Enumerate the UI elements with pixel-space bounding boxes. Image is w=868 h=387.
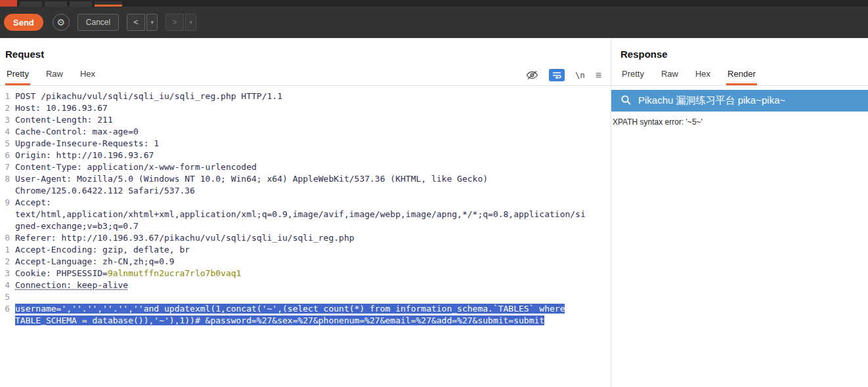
line-number	[0, 315, 10, 327]
line-number: 6	[0, 303, 10, 315]
repeater-toolbar: Send ⚙ Cancel < ▾ > ▾	[0, 7, 868, 38]
request-panel-title: Request	[0, 38, 611, 66]
request-code-line[interactable]: 3Content-Length: 211	[0, 114, 611, 126]
xpath-error-text: XPATH syntax error: '~5~'	[611, 112, 868, 127]
request-code-line[interactable]: 3Cookie: PHPSESSID=9alnmutffn2ucra7rlo7b…	[0, 268, 611, 279]
line-number: 4	[0, 279, 10, 291]
request-code-line[interactable]: 5Upgrade-Insecure-Requests: 1	[0, 138, 611, 150]
editor-menu-icon[interactable]: ≡	[596, 70, 601, 81]
line-number: 3	[0, 268, 10, 279]
request-code-line[interactable]: gned-exchange;v=b3;q=0.7	[0, 220, 611, 232]
tab-response-hex[interactable]: Hex	[694, 66, 712, 85]
request-code-line[interactable]: 9Accept:	[0, 197, 611, 209]
repeater-tab[interactable]	[20, 1, 42, 7]
tab-response-pretty[interactable]: Pretty	[620, 66, 645, 85]
repeater-tab-active[interactable]	[95, 1, 122, 7]
line-number: 1	[0, 91, 10, 102]
line-number: 0	[0, 232, 10, 244]
word-wrap-toggle-icon[interactable]	[549, 69, 565, 81]
request-code-line[interactable]: Chrome/125.0.6422.112 Safari/537.36	[0, 185, 611, 197]
gear-icon: ⚙	[57, 17, 66, 28]
request-code-line[interactable]: TABLE_SCHEMA = database()),'~'),1))# &pa…	[0, 315, 611, 327]
line-number: 4	[0, 126, 10, 138]
history-forward-dropdown[interactable]: ▾	[185, 14, 196, 31]
request-code-line[interactable]: 6Origin: http://10.196.93.67	[0, 150, 611, 161]
tab-request-hex[interactable]: Hex	[79, 66, 97, 85]
history-forward-button[interactable]: >	[165, 14, 184, 31]
tab-request-raw[interactable]: Raw	[45, 66, 64, 85]
tab-request-pretty[interactable]: Pretty	[5, 66, 30, 85]
history-back-group: < ▾	[127, 14, 158, 31]
line-number: 6	[0, 150, 10, 161]
request-tabrow: Pretty Raw Hex	[0, 66, 611, 86]
history-back-dropdown[interactable]: ▾	[146, 14, 158, 31]
line-number: 5	[0, 291, 10, 303]
line-number: 1	[0, 244, 10, 256]
request-editor-icons: \n ≡	[526, 69, 611, 85]
window-tabs-strip	[0, 0, 868, 7]
request-code-line[interactable]: 2Host: 10.196.93.67	[0, 102, 611, 114]
request-code-line[interactable]: 8User-Agent: Mozilla/5.0 (Windows NT 10.…	[0, 173, 611, 185]
response-panel: Response Pretty Raw Hex Render Pikachu 漏…	[611, 38, 868, 387]
history-forward-group: > ▾	[165, 14, 196, 31]
request-code-line[interactable]: 6username=',''.'',''.'',''and updatexml(…	[0, 303, 611, 315]
response-panel-title: Response	[611, 38, 868, 66]
history-back-button[interactable]: <	[127, 14, 145, 31]
request-code-line[interactable]: 4Connection: keep-alive	[0, 279, 611, 291]
repeater-main: Request Pretty Raw Hex	[0, 38, 868, 387]
line-number: 3	[0, 114, 10, 126]
line-number	[0, 220, 10, 232]
line-number: 9	[0, 197, 10, 209]
request-code-line[interactable]: 5	[0, 291, 611, 303]
magnifier-icon	[620, 94, 632, 108]
repeater-tab-badge[interactable]	[0, 0, 17, 7]
line-number: 7	[0, 161, 10, 173]
line-number: 2	[0, 256, 10, 268]
send-button[interactable]: Send	[4, 14, 43, 31]
line-number: 2	[0, 102, 10, 114]
response-tabrow: Pretty Raw Hex Render	[611, 66, 868, 86]
chevron-down-icon: ▾	[189, 19, 192, 26]
request-code-line[interactable]: text/html,application/xhtml+xml,applicat…	[0, 209, 611, 220]
tab-response-raw[interactable]: Raw	[660, 66, 680, 85]
request-code-line[interactable]: 1Accept-Encoding: gzip, deflate, br	[0, 244, 611, 256]
rendered-page-banner: Pikachu 漏洞练习平台 pika~pika~	[611, 90, 868, 112]
request-code-line[interactable]: 1POST /pikachu/vul/sqli/sqli_iu/sqli_reg…	[0, 91, 611, 102]
newline-toggle-icon[interactable]: \n	[575, 71, 584, 80]
settings-gear-button[interactable]: ⚙	[53, 14, 70, 31]
request-code-line[interactable]: 2Accept-Language: zh-CN,zh;q=0.9	[0, 256, 611, 268]
chevron-down-icon: ▾	[150, 19, 154, 26]
request-code-line[interactable]: 7Content-Type: application/x-www-form-ur…	[0, 161, 611, 173]
tab-response-render[interactable]: Render	[726, 66, 757, 85]
request-editor[interactable]: 1POST /pikachu/vul/sqli/sqli_iu/sqli_reg…	[0, 86, 611, 327]
line-number: 5	[0, 138, 10, 150]
line-number	[0, 209, 10, 220]
line-number	[0, 185, 10, 197]
hide-nonprintable-icon[interactable]	[526, 70, 538, 80]
line-number: 8	[0, 173, 10, 185]
request-panel: Request Pretty Raw Hex	[0, 38, 611, 387]
cancel-button[interactable]: Cancel	[77, 14, 119, 31]
rendered-page-title: Pikachu 漏洞练习平台 pika~pika~	[638, 94, 785, 107]
request-code-line[interactable]: 4Cache-Control: max-age=0	[0, 126, 611, 138]
request-code-line[interactable]: 0Referer: http://10.196.93.67/pikachu/vu…	[0, 232, 611, 244]
repeater-tab[interactable]	[70, 1, 92, 7]
repeater-tab[interactable]	[45, 1, 67, 7]
